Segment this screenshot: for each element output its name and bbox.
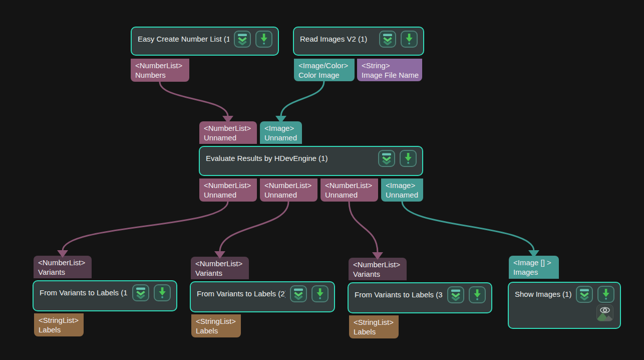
port-name-label: Color Image: [298, 70, 352, 80]
collapse-button[interactable]: [290, 285, 307, 302]
node-from-variants-to-labels-3[interactable]: From Variants to Labels (3): [348, 282, 492, 313]
run-button[interactable]: [401, 31, 418, 48]
collapse-button[interactable]: [234, 31, 251, 48]
port-type-label: <String>: [362, 61, 419, 70]
double-chevron-down-icon: [381, 152, 393, 164]
node-header: From Variants to Labels (1): [34, 281, 176, 301]
port-unnamed-input[interactable]: <Image>Unnamed: [260, 121, 302, 144]
run-button[interactable]: [255, 31, 272, 48]
port-type-label: <StringList>: [196, 316, 238, 326]
node-title: From Variants to Labels (1): [40, 284, 128, 301]
port-name-label: Numbers: [135, 70, 186, 80]
port-type-label: <Image [] >: [513, 258, 556, 267]
node-header: Easy Create Number List (1): [132, 28, 278, 48]
port-name-label: Unnamed: [386, 190, 420, 200]
port-name-label: Image File Name: [362, 70, 419, 80]
down-arrow-icon: [258, 33, 270, 45]
port-type-label: <NumberList>: [195, 259, 246, 268]
node-extra-row: [509, 303, 620, 321]
collapse-button[interactable]: [379, 31, 396, 48]
node-show-images-1[interactable]: Show Images (1): [508, 282, 621, 329]
port-labels-output[interactable]: <StringList>Labels: [34, 313, 84, 336]
port-name-label: Variants: [195, 268, 246, 278]
node-from-variants-to-labels-2[interactable]: From Variants to Labels (2): [190, 281, 335, 312]
port-images-input[interactable]: <Image [] >Images: [509, 256, 559, 279]
run-button[interactable]: [311, 285, 329, 302]
node-title: Show Images (1): [515, 286, 571, 303]
node-title: Read Images V2 (1): [300, 31, 375, 48]
port-type-label: <NumberList>: [353, 260, 404, 269]
down-arrow-icon: [403, 33, 415, 45]
edge-unnamed-to-images[interactable]: [402, 202, 534, 251]
port-type-label: <NumberList>: [204, 123, 254, 133]
collapse-button[interactable]: [576, 286, 593, 303]
run-button[interactable]: [154, 284, 171, 301]
double-chevron-down-icon: [450, 289, 462, 301]
port-type-label: <NumberList>: [325, 181, 375, 190]
double-chevron-down-icon: [236, 33, 248, 45]
port-name-label: Variants: [353, 269, 404, 279]
down-arrow-icon: [156, 287, 168, 299]
node-title: Easy Create Number List (1): [138, 31, 229, 48]
port-unnamed-output[interactable]: <Image>Unnamed: [381, 178, 423, 202]
port-name-label: Unnamed: [325, 190, 375, 200]
double-chevron-down-icon: [382, 33, 394, 45]
port-type-label: <StringList>: [354, 317, 396, 327]
node-header: Show Images (1): [509, 283, 620, 303]
port-name-label: Labels: [196, 326, 238, 335]
port-name-label: Variants: [38, 267, 89, 277]
node-title: Evaluate Results by HDevEngine (1): [206, 150, 374, 167]
node-from-variants-to-labels-1[interactable]: From Variants to Labels (1): [33, 280, 177, 311]
double-chevron-down-icon: [292, 288, 304, 300]
port-image-file-name-output[interactable]: <String>Image File Name: [357, 59, 422, 81]
edge-unnamed-to-variants-3[interactable]: [349, 202, 378, 253]
port-type-label: <Image>: [386, 181, 420, 190]
node-title: From Variants to Labels (2): [197, 285, 285, 302]
port-type-label: <NumberList>: [264, 181, 314, 190]
node-canvas[interactable]: Easy Create Number List (1)<NumberList>N…: [0, 0, 644, 360]
port-name-label: Unnamed: [264, 190, 314, 200]
port-type-label: <NumberList>: [38, 258, 89, 267]
node-header: Evaluate Results by HDevEngine (1): [200, 147, 422, 167]
port-name-label: Unnamed: [204, 190, 254, 200]
collapse-button[interactable]: [378, 150, 395, 167]
port-labels-output[interactable]: <StringList>Labels: [191, 314, 241, 337]
edge-unnamed-to-variants-1[interactable]: [63, 202, 228, 251]
collapse-button[interactable]: [447, 286, 464, 303]
port-unnamed-output[interactable]: <NumberList>Unnamed: [260, 178, 317, 202]
collapse-button[interactable]: [132, 284, 149, 301]
double-chevron-down-icon: [135, 287, 147, 299]
node-easy-create-number-list-1[interactable]: Easy Create Number List (1): [131, 27, 279, 56]
node-header: From Variants to Labels (2): [191, 282, 334, 302]
edge-color-image-to-unnamed[interactable]: [281, 81, 324, 116]
down-arrow-icon: [402, 152, 414, 164]
down-arrow-icon: [471, 289, 483, 301]
edge-unnamed-to-variants-2[interactable]: [220, 202, 288, 252]
port-unnamed-output[interactable]: <NumberList>Unnamed: [199, 178, 257, 202]
node-read-images-v2-1[interactable]: Read Images V2 (1): [293, 27, 424, 56]
port-unnamed-output[interactable]: <NumberList>Unnamed: [320, 178, 378, 202]
run-button[interactable]: [597, 286, 614, 303]
port-type-label: <Image/Color>: [298, 61, 352, 70]
port-type-label: <StringList>: [39, 315, 81, 325]
node-title: From Variants to Labels (3): [355, 286, 443, 303]
port-type-label: <NumberList>: [135, 61, 186, 70]
node-evaluate-results-by-hdevengine-1[interactable]: Evaluate Results by HDevEngine (1): [199, 146, 423, 176]
double-chevron-down-icon: [578, 288, 590, 300]
port-unnamed-input[interactable]: <NumberList>Unnamed: [199, 121, 257, 144]
port-numbers-output[interactable]: <NumberList>Numbers: [131, 59, 189, 82]
down-arrow-icon: [600, 288, 612, 300]
preview-button[interactable]: [596, 304, 613, 321]
port-type-label: <NumberList>: [204, 181, 254, 190]
port-variants-input[interactable]: <NumberList>Variants: [34, 256, 92, 278]
image-preview-icon: [597, 305, 613, 321]
run-button[interactable]: [400, 150, 417, 167]
edge-numbers-to-unnamed[interactable]: [160, 82, 228, 116]
port-type-label: <Image>: [264, 123, 299, 133]
port-labels-output[interactable]: <StringList>Labels: [349, 315, 399, 338]
port-variants-input[interactable]: <NumberList>Variants: [349, 258, 407, 280]
port-variants-input[interactable]: <NumberList>Variants: [191, 257, 249, 279]
run-button[interactable]: [469, 286, 486, 303]
port-color-image-output[interactable]: <Image/Color>Color Image: [294, 59, 355, 81]
down-arrow-icon: [314, 288, 326, 300]
